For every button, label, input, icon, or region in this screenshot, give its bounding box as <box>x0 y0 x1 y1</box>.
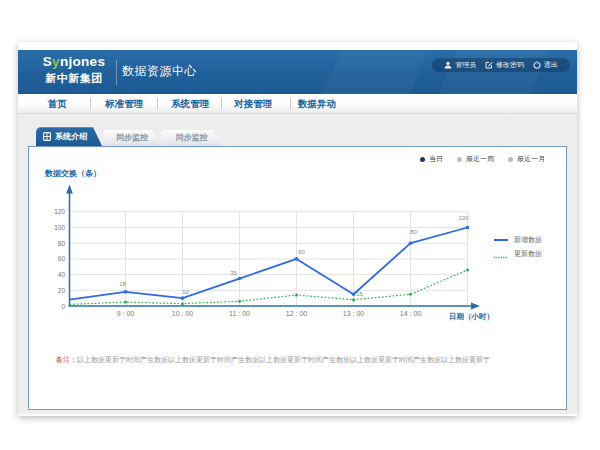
data-point <box>238 300 241 303</box>
data-point-label: 35 <box>230 270 237 276</box>
y-tick-label: 40 <box>58 271 66 278</box>
user-icon-shape-shape <box>445 65 452 68</box>
nav-item-2[interactable]: 系统管理 <box>155 94 225 114</box>
y-tick-label: 0 <box>61 303 65 310</box>
data-point <box>295 257 299 261</box>
legend-label: 新增数据 <box>514 235 542 245</box>
x-axis-arrow-icon <box>471 303 480 310</box>
footnote-prefix: 备注： <box>56 356 77 363</box>
x-tick-label: 9 : 00 <box>117 310 135 317</box>
footnote-text: 以上数据更新于时间产生数据以上数据更新于时间产生数据以上数据更新于时间产生数据以… <box>77 356 490 363</box>
line-chart: 0204060801001209 : 0010 : 0011 : 0012 : … <box>29 147 568 347</box>
logo-letter: n <box>81 54 90 69</box>
brand-logo[interactable]: Synjones 新中新集团 <box>40 54 108 85</box>
legend-label: 更新数据 <box>514 249 542 259</box>
main-nav: 首页标准管理系统管理对接管理数据异动 <box>18 94 577 114</box>
tab-0-active[interactable]: 系统介绍 <box>36 127 102 146</box>
tab-1[interactable]: 同步监控 <box>103 130 161 147</box>
tab-label: 同步监控 <box>116 132 148 143</box>
data-point-label: 10 <box>182 289 189 295</box>
nav-item-0[interactable]: 首页 <box>22 94 92 114</box>
data-point <box>295 294 298 297</box>
tab-label: 系统介绍 <box>55 131 87 142</box>
user-icon <box>444 61 455 70</box>
nav-separator <box>221 98 222 110</box>
page-window: Synjones 新中新集团 数据资源中心 管理员修改密码退出 首页标准管理系统… <box>18 0 577 416</box>
x-tick-label: 10 : 00 <box>172 310 194 317</box>
user-icon-shape <box>444 61 452 69</box>
app-header: Synjones 新中新集团 数据资源中心 管理员修改密码退出 <box>18 50 577 94</box>
data-point <box>466 268 469 271</box>
edit-icon <box>485 61 496 70</box>
document-icon-shape <box>43 132 51 141</box>
data-point <box>181 302 184 305</box>
user-toolbar-item-2[interactable]: 退出 <box>533 60 558 70</box>
logo-letter-y-accent: y <box>52 54 60 69</box>
chart-x-axis-title: 日期（小时） <box>449 312 494 321</box>
nav-item-1[interactable]: 标准管理 <box>89 94 159 114</box>
header-divider <box>116 60 117 85</box>
data-point <box>124 290 128 294</box>
user-toolbar-label: 管理员 <box>455 60 476 70</box>
x-tick-label: 11 : 00 <box>229 310 250 317</box>
legend-item-1: 更新数据 <box>494 247 542 261</box>
chart-panel: 当日最近一周最近一月 数据交换（条） 0204060801001209 : 00… <box>28 146 567 410</box>
legend-line-dotted <box>494 245 508 263</box>
nav-separator <box>290 98 291 110</box>
data-point <box>409 293 412 296</box>
user-toolbar-label: 修改密码 <box>496 60 524 70</box>
data-point <box>466 226 470 230</box>
data-point <box>238 277 242 281</box>
y-tick-label: 20 <box>58 287 66 294</box>
user-toolbar-item-0[interactable]: 管理员 <box>444 60 476 70</box>
logo-letter: o <box>73 54 82 69</box>
y-tick-label: 80 <box>58 240 66 247</box>
y-tick-label: 120 <box>54 208 65 215</box>
data-point <box>352 292 356 296</box>
data-point <box>352 298 355 301</box>
x-tick-label: 12 : 00 <box>286 310 308 317</box>
user-icon-shape-shape <box>447 61 450 64</box>
nav-separator <box>90 98 91 110</box>
data-point <box>409 241 413 245</box>
logo-wordmark: Synjones <box>40 54 108 70</box>
series-line-0 <box>70 228 468 300</box>
edit-icon-shape-shape <box>486 62 492 68</box>
data-point-label: 80 <box>410 229 417 235</box>
footnote: 备注：以上数据更新于时间产生数据以上数据更新于时间产生数据以上数据更新于时间产生… <box>56 355 490 365</box>
logo-letter: s <box>97 54 105 69</box>
chart-legend: 新增数据更新数据 <box>494 233 542 261</box>
content-area: 系统介绍同步监控同步监控 当日最近一周最近一月 数据交换（条） 02040608… <box>18 114 577 414</box>
data-point <box>181 296 185 300</box>
logo-company-name: 新中新集团 <box>40 71 108 85</box>
app-title: 数据资源中心 <box>122 63 197 80</box>
legend-line-solid <box>494 239 508 241</box>
data-point-label: 18 <box>119 281 126 287</box>
user-toolbar: 管理员修改密码退出 <box>432 58 570 72</box>
user-toolbar-label: 退出 <box>544 60 558 70</box>
nav-item-4[interactable]: 数据异动 <box>282 94 352 114</box>
tab-2[interactable]: 同步监控 <box>161 130 222 147</box>
data-point <box>124 301 127 304</box>
data-point-label: 15 <box>356 291 363 297</box>
data-point-label: 60 <box>298 249 305 255</box>
logo-letter: S <box>43 54 52 69</box>
nav-item-3[interactable]: 对接管理 <box>218 94 288 114</box>
edit-icon-shape <box>485 61 493 69</box>
power-icon <box>533 61 544 70</box>
y-tick-label: 100 <box>54 224 65 231</box>
x-tick-label: 14 : 00 <box>400 310 422 317</box>
user-toolbar-item-1[interactable]: 修改密码 <box>485 60 524 70</box>
document-icon <box>43 132 51 141</box>
tab-label: 同步监控 <box>176 132 208 143</box>
y-axis-arrow-icon <box>66 185 73 194</box>
power-icon-shape-shape <box>534 62 540 68</box>
data-point-label: 100 <box>458 215 469 221</box>
x-tick-label: 13 : 00 <box>343 310 365 317</box>
nav-separator <box>157 98 158 110</box>
power-icon-shape <box>533 61 541 69</box>
y-tick-label: 60 <box>58 255 66 262</box>
